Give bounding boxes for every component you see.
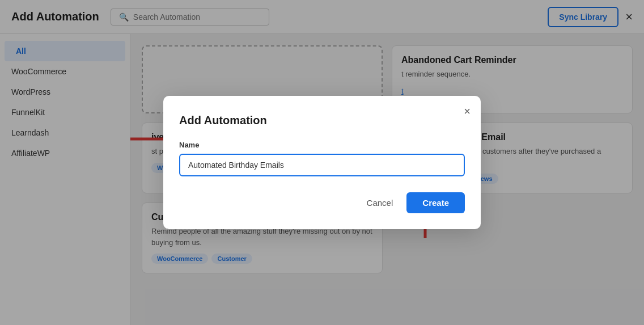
add-automation-modal: Add Automation × Name Cancel Create	[163, 96, 481, 229]
name-label: Name	[179, 141, 465, 149]
cancel-button[interactable]: Cancel	[360, 193, 400, 212]
modal-actions: Cancel Create	[179, 192, 465, 213]
modal-overlay: Add Automation × Name Cancel Create	[0, 0, 644, 325]
modal-title: Add Automation	[179, 114, 465, 127]
create-button[interactable]: Create	[406, 192, 465, 213]
modal-close-button[interactable]: ×	[464, 105, 471, 118]
automation-name-input[interactable]	[179, 154, 465, 176]
